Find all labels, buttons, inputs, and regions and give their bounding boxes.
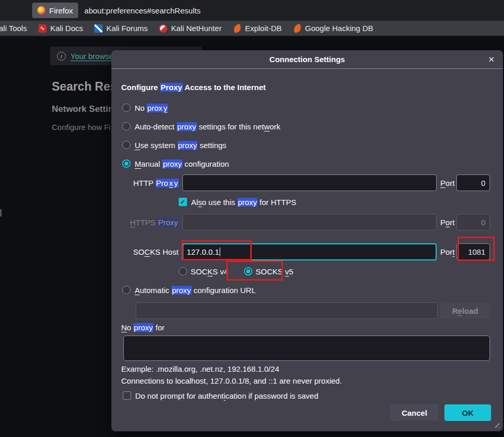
localhost-note: Connections to localhost, 127.0.0.1/8, a…	[121, 376, 342, 385]
firefox-tab-label: Firefox	[49, 6, 73, 15]
exploit-db-icon	[233, 23, 242, 33]
socks-v4-radio[interactable]	[179, 267, 187, 275]
manual-proxy-label: Manual proxy configuration	[135, 159, 229, 168]
https-port-input	[456, 214, 490, 230]
auto-url-label: Automatic proxy configuration URL	[135, 286, 256, 295]
kali-docs-icon: ∿	[38, 24, 47, 33]
kali-nethunter-icon	[159, 24, 167, 33]
firefox-tab[interactable]: Firefox	[32, 3, 78, 18]
bookmark-label: Kali Tools	[0, 24, 27, 33]
auto-detect-radio[interactable]	[122, 122, 131, 130]
no-prompt-label: Do not prompt for authentication if pass…	[135, 391, 319, 400]
no-proxy-for-label: No proxy for	[121, 323, 165, 332]
auto-url-radio[interactable]	[122, 286, 131, 294]
manual-proxy-radio[interactable]	[122, 159, 131, 168]
dialog-title: Connection Settings	[111, 50, 503, 69]
bookmarks-toolbar: Kali Tools ∿ Kali Docs Kali Forums Kali …	[0, 21, 504, 37]
ok-button[interactable]: OK	[444, 404, 491, 421]
dialog-titlebar: Connection Settings ✕	[111, 50, 503, 69]
socks-port-label: Port	[440, 247, 455, 256]
http-proxy-input[interactable]	[182, 174, 437, 191]
socks-v4-label: SOCKS v4	[191, 267, 228, 276]
no-proxy-label: No proxy	[135, 104, 168, 112]
bookmark-label: Kali Forums	[106, 24, 148, 33]
example-text: Example: .mozilla.org, .net.nz, 192.168.…	[121, 365, 279, 373]
proxy-config-heading: Configure Proxy Access to the Internet	[121, 83, 266, 92]
bookmark-kali-nethunter[interactable]: Kali NetHunter	[159, 24, 222, 33]
auto-url-input	[136, 302, 438, 319]
radio-row-auto-url[interactable]: Automatic proxy configuration URL	[122, 286, 256, 294]
url-text[interactable]: about:preferences#searchResults	[84, 6, 200, 15]
kali-forums-icon	[94, 24, 103, 33]
socks-host-row: SOCKS Host 127.0.0.1 Port	[111, 243, 490, 260]
window-titlebar: Firefox about:preferences#searchResults	[0, 0, 504, 21]
bookmark-google-hacking-db[interactable]: Google Hacking DB	[293, 24, 373, 33]
bookmark-kali-docs[interactable]: ∿ Kali Docs	[38, 24, 83, 33]
bookmark-label: Exploit-DB	[245, 24, 282, 33]
info-icon: i	[57, 52, 66, 61]
also-https-checkbox[interactable]: ✓	[179, 198, 187, 206]
https-proxy-label: HTTPS Proxy	[111, 218, 179, 227]
annotation-box-socks-host	[181, 240, 252, 260]
firefox-logo-icon	[37, 6, 46, 14]
bookmark-label: Kali Docs	[50, 24, 83, 33]
http-port-input[interactable]	[456, 174, 490, 191]
auto-url-row: Reload	[111, 302, 490, 319]
connection-settings-dialog: Connection Settings ✕ Configure Proxy Ac…	[111, 50, 503, 431]
bookmark-kali-tools[interactable]: Kali Tools	[0, 24, 27, 33]
socks-host-label: SOCKS Host	[111, 247, 179, 256]
section-heading: Network Settin	[52, 104, 113, 114]
bookmark-label: Google Hacking DB	[305, 24, 373, 33]
bookmark-kali-forums[interactable]: Kali Forums	[94, 24, 148, 33]
ghdb-icon	[292, 23, 302, 33]
http-port-label: Port	[440, 179, 455, 187]
reload-button: Reload	[440, 302, 490, 319]
no-prompt-checkbox[interactable]	[123, 391, 131, 400]
radio-row-manual[interactable]: Manual proxy configuration	[122, 159, 229, 168]
radio-row-use-system[interactable]: Use system proxy settings	[122, 141, 226, 149]
also-https-label: Also use this proxy for HTTPS	[191, 198, 296, 207]
no-proxy-radio[interactable]	[122, 104, 131, 112]
close-icon[interactable]: ✕	[488, 50, 495, 69]
https-proxy-row: HTTPS Proxy Port	[111, 214, 490, 230]
also-https-row[interactable]: ✓ Also use this proxy for HTTPS	[179, 198, 296, 206]
use-system-radio[interactable]	[122, 141, 131, 149]
annotation-box-port	[457, 237, 495, 261]
https-proxy-input	[182, 214, 437, 230]
radio-row-auto-detect[interactable]: Auto-detect proxy settings for this netw…	[122, 122, 280, 130]
bookmark-exploit-db[interactable]: Exploit-DB	[233, 24, 282, 33]
annotation-box-socks-v5	[226, 260, 283, 281]
use-system-label: Use system proxy settings	[135, 141, 226, 150]
http-proxy-label: HTTP Proxy	[111, 179, 179, 187]
no-proxy-for-textarea[interactable]	[123, 336, 490, 361]
bookmark-label: Kali NetHunter	[171, 24, 222, 33]
https-port-label: Port	[440, 218, 455, 227]
cancel-button[interactable]: Cancel	[391, 404, 438, 421]
no-prompt-row[interactable]: Do not prompt for authentication if pass…	[123, 391, 319, 400]
http-proxy-row: HTTP Proxy Port	[111, 174, 490, 191]
section-description: Configure how Fi	[52, 123, 110, 132]
auto-detect-label: Auto-detect proxy settings for this netw…	[135, 122, 280, 131]
radio-row-no-proxy[interactable]: No proxy	[122, 104, 168, 112]
resize-grip-icon[interactable]	[493, 421, 499, 428]
scrollbar-remnant	[0, 209, 2, 216]
